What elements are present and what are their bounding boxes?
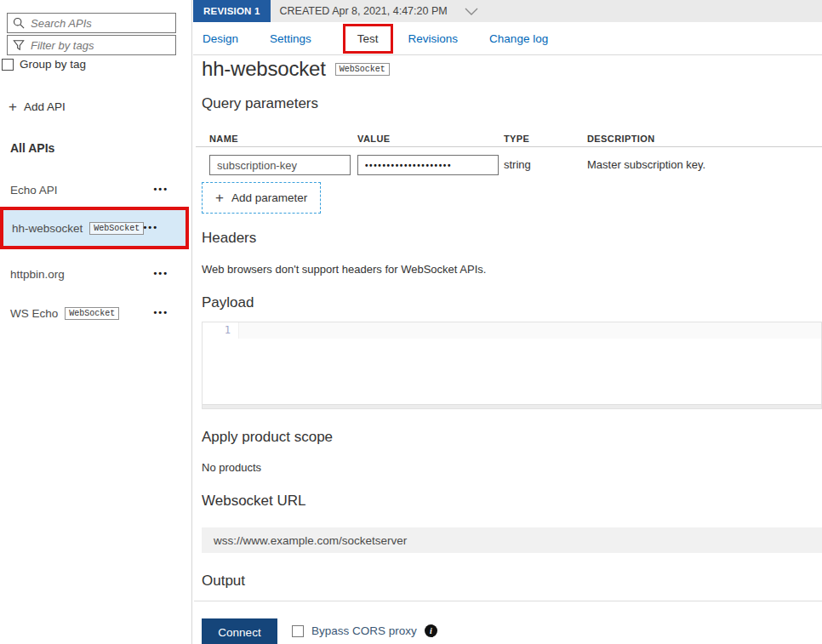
main-panel: REVISION 1 CREATED Apr 8, 2021, 4:47:20 … (193, 0, 822, 644)
api-item-label: WS Echo (10, 307, 58, 320)
more-options-icon[interactable]: ••• (153, 184, 168, 194)
chevron-down-icon (465, 8, 478, 15)
info-icon[interactable]: i (425, 624, 437, 637)
websocket-badge: WebSocket (65, 307, 119, 320)
websocket-badge: WebSocket (89, 222, 144, 235)
column-header-name: NAME (209, 134, 238, 144)
page-title: hh-websocket (202, 57, 326, 81)
filter-icon (13, 39, 25, 51)
sidebar-item-hh-websocket[interactable]: hh-websocket WebSocket ••• (0, 207, 189, 249)
sidebar-item-echo-api[interactable]: Echo API ••• (0, 174, 192, 205)
output-heading: Output (202, 573, 245, 590)
search-apis-input[interactable] (31, 17, 170, 30)
more-options-icon[interactable]: ••• (153, 307, 168, 317)
api-item-label: httpbin.org (10, 268, 65, 281)
created-label: CREATED Apr 8, 2021, 4:47:20 PM (280, 5, 448, 17)
filter-tags-input[interactable] (31, 39, 170, 52)
tab-settings[interactable]: Settings (270, 32, 311, 45)
test-console: hh-websocket WebSocket Query parameters … (193, 55, 822, 644)
tab-test[interactable]: Test (343, 24, 393, 54)
column-header-type: TYPE (504, 134, 529, 144)
payload-editor[interactable]: 1 (202, 322, 822, 409)
plus-icon: + (215, 191, 224, 205)
headers-heading: Headers (202, 230, 256, 247)
sidebar-item-ws-echo[interactable]: WS Echo WebSocket ••• (0, 298, 192, 328)
search-icon (13, 17, 25, 29)
more-options-icon[interactable]: ••• (153, 268, 168, 278)
websocket-url-text: wss://www.example.com/socketserver (214, 534, 407, 547)
line-number: 1 (203, 322, 238, 339)
api-item-label: hh-websocket (12, 222, 83, 235)
api-sidebar: Group by tag + Add API All APIs Echo API… (0, 0, 192, 644)
tab-design[interactable]: Design (203, 32, 238, 45)
all-apis-heading: All APIs (10, 141, 54, 155)
group-by-tag-option[interactable]: Group by tag (2, 58, 86, 71)
tab-revisions[interactable]: Revisions (408, 32, 459, 45)
revision-badge: REVISION 1 (193, 0, 271, 22)
group-by-tag-checkbox[interactable] (2, 59, 14, 71)
bypass-cors-option[interactable]: Bypass CORS proxy i (292, 624, 437, 637)
sidebar-item-httpbin[interactable]: httpbin.org ••• (0, 259, 192, 289)
add-api-label: Add API (24, 100, 66, 113)
group-by-tag-label: Group by tag (20, 58, 86, 71)
column-header-value: VALUE (357, 134, 390, 144)
bypass-cors-label: Bypass CORS proxy (311, 624, 417, 637)
headers-message: Web browsers don't support headers for W… (202, 263, 486, 276)
column-header-description: DESCRIPTION (587, 134, 655, 144)
websocket-badge: WebSocket (335, 63, 390, 76)
websocket-url-heading: Websocket URL (202, 493, 306, 510)
param-type: string (504, 158, 531, 171)
revision-bar: REVISION 1 CREATED Apr 8, 2021, 4:47:20 … (193, 0, 822, 22)
bypass-cors-checkbox[interactable] (292, 625, 304, 637)
add-parameter-button[interactable]: + Add parameter (202, 182, 321, 214)
product-scope-message: No products (202, 461, 261, 474)
api-item-label: Echo API (10, 184, 58, 197)
add-api-button[interactable]: + Add API (9, 100, 66, 114)
output-divider (194, 601, 822, 601)
add-parameter-label: Add parameter (231, 191, 307, 204)
editor-current-line[interactable] (238, 322, 821, 339)
query-parameters-heading: Query parameters (202, 95, 318, 112)
connect-button[interactable]: Connect (202, 618, 277, 644)
param-name-input[interactable] (209, 155, 351, 175)
tab-change-log[interactable]: Change log (489, 32, 548, 45)
table-header-rule (196, 146, 822, 147)
editor-scrollbar[interactable] (203, 404, 821, 408)
api-management-test-page: Group by tag + Add API All APIs Echo API… (0, 0, 822, 644)
product-scope-heading: Apply product scope (202, 429, 333, 446)
search-apis-box (7, 13, 176, 33)
editor-line: 1 (203, 322, 821, 339)
websocket-url-value: wss://www.example.com/socketserver (202, 527, 822, 553)
param-description: Master subscription key. (587, 158, 705, 171)
filter-tags-box (7, 35, 176, 55)
plus-icon: + (9, 100, 17, 114)
payload-heading: Payload (202, 294, 254, 311)
param-value-input[interactable] (357, 155, 499, 175)
more-options-icon[interactable]: ••• (143, 222, 158, 232)
actions-row: Connect Bypass CORS proxy i (193, 618, 822, 644)
revision-created-selector[interactable]: CREATED Apr 8, 2021, 4:47:20 PM (271, 0, 478, 22)
tab-bar: Design Settings Test Revisions Change lo… (193, 22, 822, 55)
